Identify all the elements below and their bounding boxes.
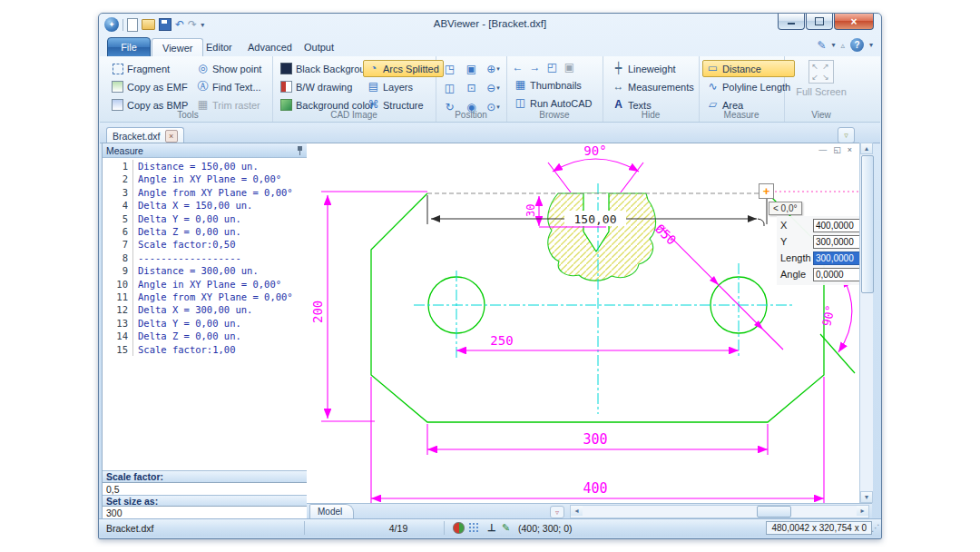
measure-panel-header[interactable]: Measure (103, 143, 308, 158)
help-dropdown-icon[interactable]: ▾ (869, 41, 873, 49)
scroll-left-icon[interactable]: ◂ (571, 506, 583, 516)
zoom-in-button[interactable]: ⊕▾ (484, 60, 503, 77)
close-icon: × (850, 15, 857, 28)
measure-line[interactable]: 9Distance = 300,00 un. (103, 264, 308, 277)
splitter-button[interactable]: ▿ (550, 506, 564, 518)
back-icon[interactable]: ← (512, 62, 524, 74)
pin-icon[interactable] (296, 145, 304, 155)
lineweight-icon: ┿ (612, 63, 624, 74)
page-box-icon[interactable]: ▣ (564, 62, 575, 74)
status-file: Bracket.dxf (106, 519, 154, 537)
help-icon[interactable]: ? (850, 38, 864, 52)
tab-model[interactable]: Model (309, 504, 354, 518)
zoom-window-button[interactable]: ▣ (462, 60, 481, 77)
texts-label: Texts (628, 100, 652, 111)
restore-page-icon[interactable]: ◰ (546, 62, 558, 74)
measure-line[interactable]: 12Delta X = 300,00 un. (103, 303, 308, 316)
measure-line-list[interactable]: 1Distance = 150,00 un.2Angle in XY Plane… (103, 157, 308, 470)
measure-line[interactable]: 6Delta Z = 0,00 un. (103, 225, 308, 238)
style-dropdown-icon[interactable]: ▾ (831, 41, 835, 49)
scale-factor-input[interactable] (103, 482, 308, 495)
resize-grip-icon[interactable]: ⋰ (871, 523, 880, 533)
forward-icon[interactable]: → (529, 62, 541, 74)
distance-button[interactable]: ▭Distance (702, 60, 795, 77)
mdi-restore-icon[interactable]: ◱ (833, 144, 841, 155)
close-button[interactable]: × (834, 14, 874, 30)
horizontal-scroll-thumb[interactable] (757, 506, 791, 518)
document-tab-close-icon[interactable]: × (165, 130, 178, 143)
measure-line[interactable]: 8------------------ (103, 251, 308, 264)
set-size-input[interactable] (103, 506, 308, 518)
status-perpendicular-icon[interactable]: ⊥ (487, 519, 496, 537)
group-label-measure: Measure (699, 110, 784, 120)
measure-line[interactable]: 3Angle from XY Plane = 0,00° (103, 186, 308, 199)
find-text-button[interactable]: ⒶFind Text... (192, 78, 266, 95)
drawing-canvas[interactable]: 90° 30 150,00 200 250 Ø50 90° 300 400 — … (307, 143, 859, 504)
zoom-out-button[interactable]: ⊖▾ (484, 79, 503, 96)
measure-line[interactable]: 14Delta Z = 0,00 un. (103, 330, 308, 342)
vertical-scroll-thumb[interactable] (861, 155, 874, 293)
group-label-position: Position (436, 110, 506, 120)
tab-output[interactable]: Output (294, 38, 344, 56)
measure-line[interactable]: 10Angle in XY Plane = 0,00° (103, 278, 308, 291)
scroll-right-icon[interactable]: ▸ (857, 506, 868, 516)
layers-label: Layers (383, 82, 413, 93)
minimize-ribbon-icon[interactable]: ▵ (840, 41, 845, 50)
group-label-hide: Hide (603, 110, 699, 120)
measure-line[interactable]: 2Angle in XY Plane = 0,00° (103, 172, 308, 185)
scroll-up-icon[interactable]: ▴ (860, 143, 873, 154)
lineweight-button[interactable]: ┿Lineweight (608, 60, 699, 77)
minimize-button[interactable] (778, 14, 805, 30)
thumbnails-icon: ▦ (514, 79, 526, 91)
pan-button[interactable]: ◳ (440, 60, 459, 77)
thumbnails-button[interactable]: ▦Thumbnails (510, 76, 596, 94)
status-ortho-icon[interactable] (453, 519, 465, 537)
tab-advanced[interactable]: Advanced (238, 38, 302, 56)
show-point-button[interactable]: ◎Show point (192, 60, 266, 77)
copy-as-emf-button[interactable]: Copy as EMF (107, 78, 192, 95)
measure-line-number: 9 (103, 264, 133, 277)
arcs-splitted-button[interactable]: ◔Arcs Splitted (363, 60, 444, 77)
polyline-length-button[interactable]: ∿Polyline Length (702, 78, 795, 95)
title-bar[interactable]: ✦ ↶ ↷ ▾ ABViewer - [Bracket.dxf] × (99, 14, 881, 35)
style-pencil-icon[interactable]: ✎ (817, 39, 826, 52)
status-grid-icon[interactable] (469, 519, 479, 537)
panel-chevron-button[interactable]: ▿ (838, 127, 855, 143)
tab-editor[interactable]: Editor (196, 38, 242, 56)
measurements-button[interactable]: ↔Measurements (608, 78, 699, 95)
measure-line[interactable]: 4Delta X = 150,00 un. (103, 199, 308, 212)
mdi-close-icon[interactable]: × (848, 144, 852, 155)
copy-bmp-label: Copy as BMP (127, 100, 188, 111)
maximize-button[interactable] (806, 14, 833, 30)
measure-line-text: Angle in XY Plane = 0,00° (133, 278, 281, 291)
tab-file[interactable]: File (107, 37, 151, 57)
measure-line[interactable]: 13Delta Y = 0,00 un. (103, 317, 308, 330)
group-label-tools: Tools (103, 110, 272, 120)
measure-line[interactable]: 5Delta Y = 0,00 un. (103, 212, 308, 225)
document-tab-bracket[interactable]: Bracket.dxf × (106, 127, 184, 143)
vertical-scrollbar[interactable]: ▴ ▾ (859, 143, 873, 503)
measure-line[interactable]: 1Distance = 150,00 un. (103, 160, 308, 172)
zoom-window-icon: ▣ (466, 63, 476, 75)
popup-length-label: Length (780, 252, 813, 263)
dim-width-outer: 400 (583, 480, 607, 497)
horizontal-scrollbar[interactable]: ◂ ▸ (570, 505, 869, 518)
dim-measure: 150,00 (574, 212, 617, 226)
measure-line[interactable]: 11Angle from XY Plane = 0,00° (103, 291, 308, 303)
measure-cursor[interactable]: + (759, 183, 774, 199)
mdi-window-buttons: — ◱ × (818, 144, 852, 155)
show-point-icon: ◎ (197, 63, 209, 74)
fragment-button[interactable]: Fragment (107, 60, 192, 77)
measure-line[interactable]: 7Scale factor:0,50 (103, 238, 308, 251)
full-screen-button[interactable]: ↖↗↙↘ Full Screen (792, 60, 850, 97)
layers-button[interactable]: ▤Layers (363, 78, 444, 95)
show-point-label: Show point (212, 64, 261, 74)
ribbon: Fragment Copy as EMF Copy as BMP ◎Show p… (100, 56, 880, 123)
mdi-minimize-icon[interactable]: — (818, 144, 827, 155)
measure-line[interactable]: 15Scale factor:1,00 (103, 343, 308, 356)
scroll-down-icon[interactable]: ▾ (860, 491, 873, 503)
fit-to-window-button[interactable]: ⊡ (462, 79, 481, 96)
measure-line-text: ------------------ (133, 251, 241, 264)
dynamic-pan-button[interactable]: ◫ (440, 79, 459, 96)
status-pen-icon[interactable]: ✎ (502, 519, 510, 537)
